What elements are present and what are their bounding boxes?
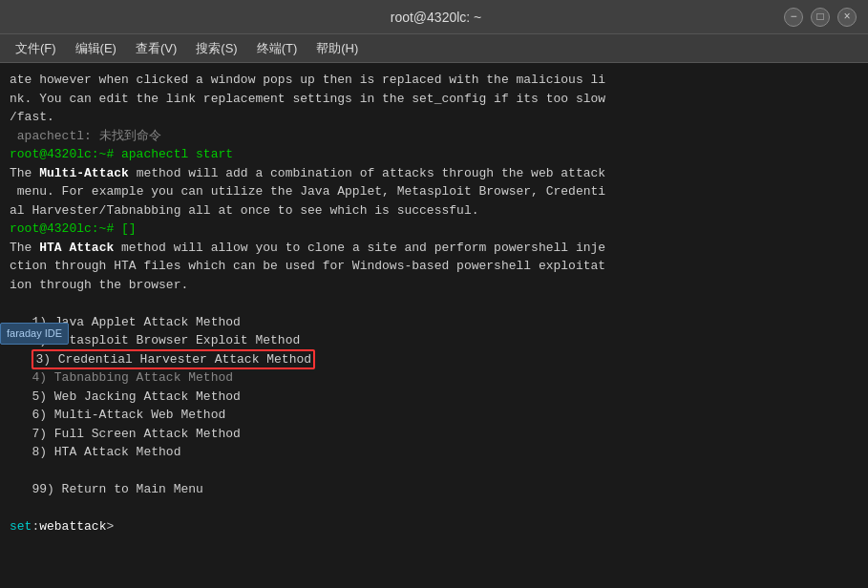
terminal-line-8: al Harvester/Tabnabbing all at once to s… xyxy=(10,201,858,220)
list-item-7: 7) Full Screen Attack Method xyxy=(10,425,858,444)
close-button[interactable]: × xyxy=(837,8,857,27)
list-item-3-highlighted: 3) Credential Harvester Attack Method xyxy=(10,350,858,369)
list-item-1: 1) Java Applet Attack Method xyxy=(10,313,858,332)
terminal-line-2: nk. You can edit the link replacement se… xyxy=(10,90,858,109)
menu-help[interactable]: 帮助(H) xyxy=(308,38,366,59)
terminal-line-1: ate however when clicked a window pops u… xyxy=(10,71,858,90)
terminal-content: ate however when clicked a window pops u… xyxy=(0,63,868,588)
terminal-line-5: root@4320lc:~# apachectl start xyxy=(10,145,858,164)
terminal-line-6: The Multi-Attack method will add a combi… xyxy=(10,164,858,183)
list-item-5: 5) Web Jacking Attack Method xyxy=(10,388,858,407)
window-title: root@4320lc: ~ xyxy=(88,10,784,25)
menu-terminal[interactable]: 终端(T) xyxy=(249,38,306,59)
terminal-line-7: menu. For example you can utilize the Ja… xyxy=(10,182,858,201)
terminal-line-12: ion through the browser. xyxy=(10,276,858,295)
menu-view[interactable]: 查看(V) xyxy=(128,38,184,59)
menu-search[interactable]: 搜索(S) xyxy=(188,38,244,59)
maximize-button[interactable]: □ xyxy=(811,8,830,27)
menu-edit[interactable]: 编辑(E) xyxy=(68,38,124,59)
terminal-line-9: root@4320lc:~# [] xyxy=(10,220,858,239)
terminal-line-11: ction through HTA files which can be use… xyxy=(10,257,858,276)
terminal-line-4: apachectl: 未找到命令 xyxy=(10,127,858,146)
menu-file[interactable]: 文件(F) xyxy=(8,38,64,59)
terminal-line-3: /fast. xyxy=(10,108,858,127)
terminal-prompt[interactable]: set:webattack> xyxy=(10,517,858,536)
list-item-99: 99) Return to Main Menu xyxy=(10,480,858,499)
titlebar: root@4320lc: ~ − □ × xyxy=(0,0,868,34)
terminal-spacer3 xyxy=(10,499,858,518)
terminal-line-10: The HTA Attack method will allow you to … xyxy=(10,239,858,258)
window-controls[interactable]: − □ × xyxy=(784,8,857,27)
list-item-6: 6) Multi-Attack Web Method xyxy=(10,406,858,425)
list-item-4: 4) Tabnabbing Attack Method xyxy=(10,368,858,388)
minimize-button[interactable]: − xyxy=(784,8,803,27)
terminal-line-spacer1 xyxy=(10,294,858,313)
menubar: 文件(F) 编辑(E) 查看(V) 搜索(S) 终端(T) 帮助(H) xyxy=(0,34,868,63)
list-item-8: 8) HTA Attack Method xyxy=(10,443,858,462)
list-item-2: 2) Metasploit Browser Exploit Method xyxy=(10,331,858,350)
terminal-spacer2 xyxy=(10,462,858,481)
faraday-ide-tooltip: faraday IDE xyxy=(0,323,69,345)
